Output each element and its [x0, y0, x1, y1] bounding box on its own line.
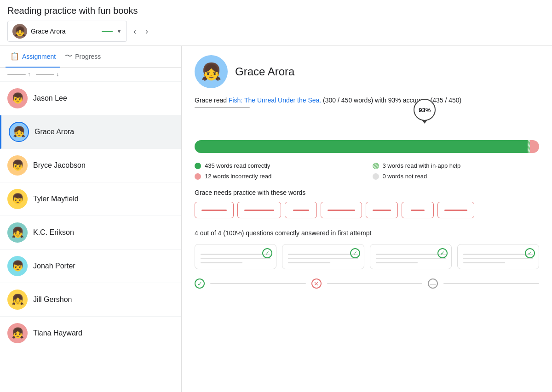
selector-name: Grace Arora: [31, 28, 98, 35]
header: Reading practice with fun books 👧 Grace …: [0, 0, 552, 46]
answer-line: [210, 283, 306, 284]
book-title-link[interactable]: Fish: The Unreal Under the Sea.: [229, 97, 321, 104]
app-container: Reading practice with fun books 👧 Grace …: [0, 0, 552, 392]
sort-line-desc: [36, 74, 54, 75]
tab-assignment-label: Assignment: [22, 53, 56, 60]
legend-correct-label: 435 words read correctly: [205, 162, 270, 169]
card-line: [376, 254, 446, 255]
avatar: 👧: [7, 290, 28, 310]
detail-student-name: Grace Arora: [235, 65, 294, 78]
list-item[interactable]: 👦 Bryce Jacobson: [0, 149, 181, 182]
word-card[interactable]: [366, 202, 398, 218]
sort-line-asc: [7, 74, 26, 75]
list-item[interactable]: 👧 Tiana Hayward: [0, 317, 181, 350]
word-line: [444, 210, 467, 211]
questions-title: 4 out of 4 (100%) questions correctly an…: [195, 229, 539, 237]
avatar: 👧: [9, 122, 29, 142]
sort-controls: ↑ ↓: [0, 68, 181, 82]
word-card[interactable]: [195, 202, 234, 218]
summary-suffix: (300 / 450 words) with 93% accuracy (435…: [321, 97, 461, 104]
check-icon: ✓: [350, 248, 360, 258]
student-name-label: Jonah Porter: [33, 262, 75, 270]
student-name-label: Grace Arora: [34, 128, 74, 136]
answer-line: [443, 283, 539, 284]
legend-dot-help: [373, 163, 379, 169]
main-layout: 📋 Assignment 〜 Progress ↑ ↓: [0, 46, 552, 392]
summary-underline: [195, 107, 250, 108]
sort-desc-icon: ↓: [56, 71, 59, 78]
legend-dot-notread: [373, 173, 379, 180]
question-card: ✓: [457, 244, 539, 269]
word-line: [244, 210, 274, 211]
practice-section-title: Grace needs practice with these words: [195, 189, 539, 196]
card-line: [463, 254, 533, 255]
answer-row: ✓ ✕ —: [195, 278, 539, 289]
summary-prefix: Grace read: [195, 97, 229, 104]
student-name-label: Tiana Hayward: [33, 329, 82, 337]
question-card: ✓: [195, 244, 276, 269]
tab-assignment[interactable]: 📋 Assignment: [6, 46, 60, 68]
legend-notread-label: 0 words not read: [383, 173, 427, 180]
list-item[interactable]: 👧 K.C. Erikson: [0, 216, 181, 250]
check-icon: ✓: [525, 248, 535, 258]
legend-item: 12 words incorrectly read: [195, 173, 362, 180]
selector-avatar: 👧: [12, 24, 27, 39]
progress-indicator: [102, 31, 113, 32]
list-item[interactable]: 👦 Jason Lee: [0, 82, 181, 115]
progress-incorrect: [530, 140, 539, 153]
card-line: [463, 258, 533, 259]
sort-asc-button[interactable]: ↑: [7, 71, 30, 78]
practice-words: [195, 202, 539, 218]
tab-progress[interactable]: 〜 Progress: [60, 46, 105, 68]
chevron-down-icon: ▼: [116, 28, 122, 34]
word-card[interactable]: [437, 202, 474, 218]
card-lines: [288, 254, 358, 263]
avatar: 👧: [7, 222, 28, 243]
progress-icon: 〜: [65, 51, 72, 61]
list-item[interactable]: 👦 Tyler Mayfield: [0, 182, 181, 216]
list-item[interactable]: 👧 Jill Gershon: [0, 283, 181, 317]
page-title: Reading practice with fun books: [7, 6, 545, 16]
student-selector[interactable]: 👧 Grace Arora ▼: [7, 21, 127, 42]
card-line: [288, 262, 330, 263]
answer-line: [327, 283, 423, 284]
tabs: 📋 Assignment 〜 Progress: [0, 46, 181, 68]
word-line: [411, 210, 425, 211]
card-line: [201, 262, 242, 263]
legend-item: 0 words not read: [373, 173, 540, 180]
legend-item: 435 words read correctly: [195, 162, 362, 169]
word-line: [328, 210, 355, 211]
legend-dot-correct: [195, 163, 201, 169]
avatar: 👦: [7, 189, 28, 209]
question-cards: ✓ ✓ ✓: [195, 244, 539, 269]
detail-avatar: 👧: [195, 55, 228, 88]
student-name-label: K.C. Erikson: [33, 228, 74, 237]
accuracy-bubble: 93%: [414, 99, 436, 121]
word-card[interactable]: [321, 202, 362, 218]
word-line: [373, 210, 391, 211]
card-lines: [376, 254, 446, 263]
student-name-label: Tyler Mayfield: [33, 195, 79, 203]
card-line: [201, 258, 270, 259]
student-name-label: Jason Lee: [33, 94, 67, 102]
card-line: [288, 254, 358, 255]
word-card[interactable]: [237, 202, 281, 218]
word-card[interactable]: [285, 202, 317, 218]
left-panel: 📋 Assignment 〜 Progress ↑ ↓: [0, 46, 182, 392]
sort-desc-button[interactable]: ↓: [36, 71, 59, 78]
legend: 435 words read correctly 3 words read wi…: [195, 162, 539, 180]
list-item[interactable]: 👧 Grace Arora: [0, 115, 181, 149]
word-card[interactable]: [402, 202, 434, 218]
answer-neutral-icon: —: [428, 278, 438, 289]
card-line: [288, 258, 358, 259]
student-name-label: Jill Gershon: [33, 295, 72, 304]
assignment-icon: 📋: [10, 52, 19, 61]
right-panel: 👧 Grace Arora Grace read Fish: The Unrea…: [182, 46, 552, 392]
next-student-button[interactable]: ›: [143, 24, 151, 39]
avatar: 👦: [7, 155, 28, 176]
legend-help-label: 3 words read with in-app help: [383, 162, 461, 169]
prev-student-button[interactable]: ‹: [131, 24, 139, 39]
header-controls: 👧 Grace Arora ▼ ‹ ›: [7, 21, 545, 42]
list-item[interactable]: 👦 Jonah Porter: [0, 250, 181, 283]
card-line: [201, 254, 270, 255]
